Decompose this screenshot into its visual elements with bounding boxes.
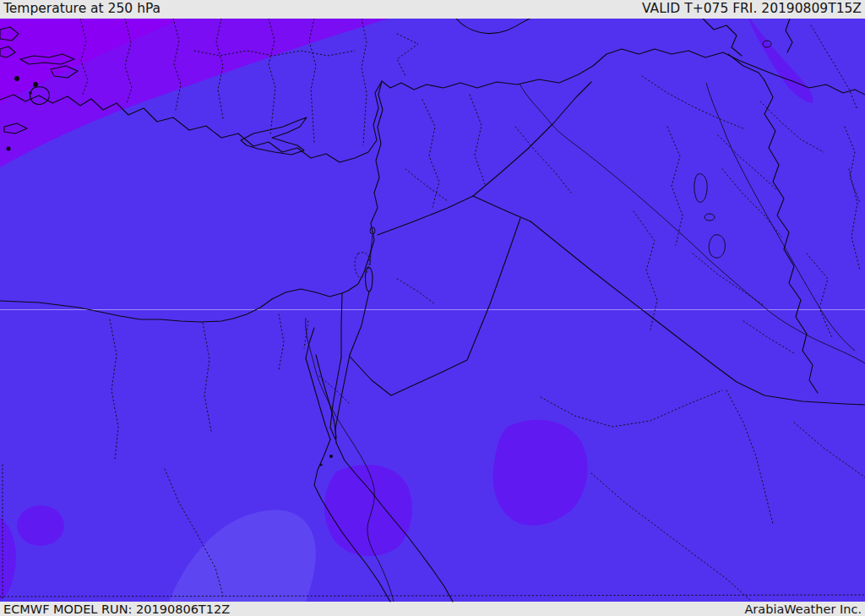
header-bar: Temperature at 250 hPa VALID T+075 FRI. … [0, 0, 865, 19]
footer-bar: ECMWF MODEL RUN: 20190806T12Z ArabiaWeat… [0, 602, 865, 616]
temp-band-mid-blob-sw [17, 505, 64, 546]
island-dot-4 [7, 147, 11, 151]
island-dot-2 [33, 82, 38, 87]
weather-map-screen: Temperature at 250 hPa VALID T+075 FRI. … [0, 0, 865, 616]
valid-time-label: VALID T+075 FRI. 20190809T15Z [642, 3, 862, 16]
tiran-island [329, 455, 333, 458]
credit-label: ArabiaWeather Inc. [744, 603, 862, 616]
map-title: Temperature at 250 hPa [3, 3, 160, 16]
temp-band-mid-redsea-west [324, 465, 412, 556]
island-dot-3 [29, 91, 32, 95]
weather-map [0, 0, 865, 616]
model-run-label: ECMWF MODEL RUN: 20190806T12Z [3, 603, 230, 616]
island-dot-1 [14, 76, 19, 81]
